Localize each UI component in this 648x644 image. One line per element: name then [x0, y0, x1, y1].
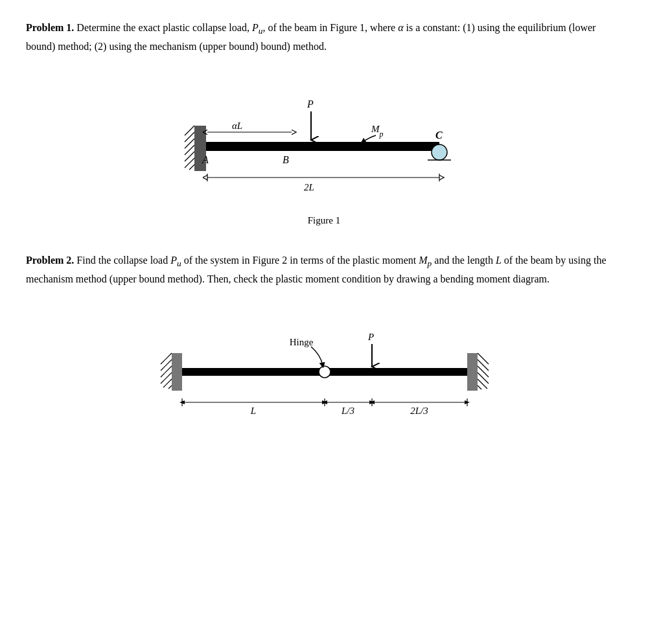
- label-C: C: [435, 130, 443, 141]
- svg-line-11: [163, 379, 172, 387]
- svg-line-13: [478, 353, 489, 364]
- svg-line-14: [478, 360, 489, 371]
- label-A: A: [202, 154, 209, 165]
- wall-left: [172, 353, 182, 391]
- figure2-svg: Hinge P L L/3 2L/3: [136, 300, 512, 430]
- figure1-svg: A B αL P Mp C 2L: [156, 67, 492, 210]
- L3-dim-label: L/3: [341, 406, 354, 416]
- svg-line-10: [161, 373, 172, 384]
- problem1-label: Problem 1.: [26, 22, 74, 33]
- problem2-label: Problem 2.: [26, 255, 74, 266]
- Mp-arrow: [363, 135, 376, 142]
- label-B: B: [283, 154, 289, 165]
- svg-line-9: [161, 366, 172, 377]
- load-label: P: [307, 98, 314, 109]
- beam: [206, 142, 439, 151]
- svg-line-7: [161, 353, 172, 364]
- 2L3-dim-label: 2L/3: [410, 406, 428, 416]
- svg-line-15: [478, 366, 489, 377]
- problem2-text: Problem 2. Find the collapse load Pu of …: [26, 252, 622, 287]
- figure1-container: A B αL P Mp C 2L: [26, 67, 622, 226]
- hinge-label: Hinge: [290, 337, 314, 347]
- svg-line-6: [189, 165, 194, 170]
- figure1-caption: Figure 1: [308, 215, 340, 226]
- svg-line-12: [168, 385, 172, 389]
- figure2-container: Hinge P L L/3 2L/3: [26, 300, 622, 430]
- svg-line-8: [161, 360, 172, 371]
- problem1-text: Problem 1. Determine the exact plastic c…: [26, 19, 622, 54]
- L-dim-label: L: [250, 406, 256, 416]
- hinge-circle: [319, 366, 330, 378]
- svg-line-16: [478, 373, 489, 384]
- alphaL-label: αL: [232, 121, 242, 131]
- problem2-desc: Find the collapse load Pu of the system …: [26, 255, 607, 284]
- 2L-label: 2L: [304, 182, 314, 192]
- problem1-desc: Determine the exact plastic collapse loa…: [26, 22, 596, 52]
- wall-right: [467, 353, 478, 391]
- load-p2-label: P: [367, 332, 374, 342]
- svg-line-18: [478, 385, 481, 389]
- roller-circle: [432, 144, 447, 160]
- hinge-arrow: [311, 347, 323, 365]
